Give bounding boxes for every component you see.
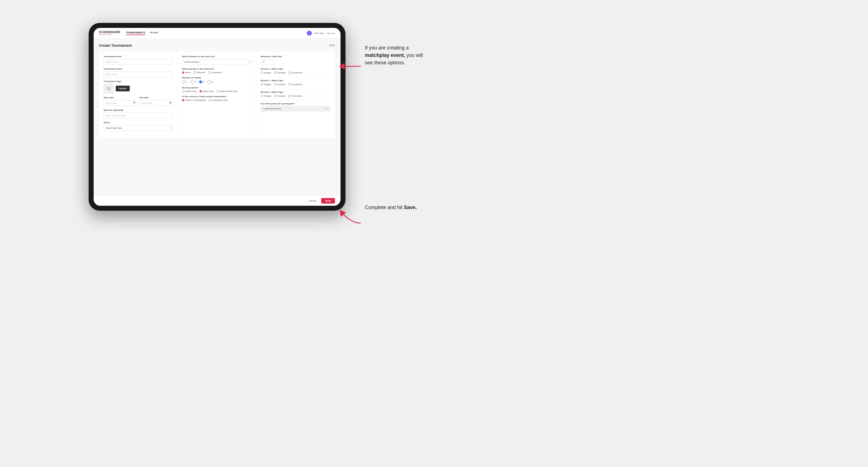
individuals-option[interactable]: Individuals Only [209,99,227,101]
gender-combined-radio[interactable] [208,71,211,74]
round1-foursomes-radio[interactable] [288,71,290,74]
end-date-input[interactable] [139,100,173,106]
rounds-3-label: 3 [203,81,205,83]
round2-foursomes[interactable]: Foursomes [288,83,302,86]
signout-link[interactable]: Sign out [327,32,335,34]
scoring-stroke[interactable]: Stroke Play [182,90,197,93]
form-grid: Tournament Host Tournament name Tourname… [99,51,335,137]
teams-option[interactable]: Teams (+Individuals) [182,99,206,101]
rounds-2-label: 2 [195,81,196,83]
nav-teams[interactable]: TEAMS [150,31,158,35]
max-team-size-group: Maximum Team Size [261,55,331,65]
save-button[interactable]: Save [321,198,335,204]
gender-combined-label: Combined [212,71,221,74]
round2-singles-radio[interactable] [261,83,263,86]
round3-singles[interactable]: Singles [261,95,271,97]
round3-label: Round 3 - Match Type [261,91,331,93]
round3-fourball[interactable]: Fourball [274,95,285,97]
division-select[interactable]: NCAA Division I [182,59,252,65]
rounds-label: Number of rounds [182,76,252,79]
nav-username: Test User | [314,32,324,34]
round2-fourball-label: Fourball [277,83,285,86]
venue-select[interactable]: Search golf club [103,125,173,131]
scoring-stroke-label: Stroke Play [185,90,197,93]
logo-upload-area: 🖼 Upload [103,84,173,94]
gender-mens[interactable]: Mens [182,71,191,74]
round2-fourball-radio[interactable] [274,83,276,86]
tournament-host-input[interactable] [103,59,173,65]
gender-group: Which gender is the event for? Mens Wome… [182,68,252,74]
round3-radio-group: Singles Fourball Foursomes [261,95,331,97]
rounds-4-radio[interactable] [208,80,211,84]
tournament-name-label: Tournament name [103,68,173,70]
rounds-3-radio[interactable] [199,80,203,84]
rounds-2[interactable]: 2 [191,80,196,84]
form-col-2: Which division is the event for? NCAA Di… [178,51,256,137]
form-footer: Cancel Save [94,195,341,206]
scoring-medal-radio[interactable] [217,90,219,93]
start-date-wrapper [103,100,137,106]
gender-womens[interactable]: Womens [194,71,206,74]
api-tag: Leaderboard King ✕ ▾ [261,106,331,111]
tournament-logo-group: Tournament logo 🖼 Upload [103,80,173,94]
scoring-match-radio[interactable] [199,90,202,93]
annotation-right: If you are creating a matchplay event, y… [365,44,426,67]
round3-fourball-radio[interactable] [274,95,276,97]
rounds-1-radio[interactable] [182,80,186,84]
round3-foursomes[interactable]: Foursomes [288,95,302,97]
rounds-3[interactable]: 3 [199,80,205,84]
round1-fourball[interactable]: Fourball [274,71,285,74]
gender-womens-radio[interactable] [194,71,196,74]
scoring-medal[interactable]: Medal Match Play [217,90,238,93]
scoring-stroke-radio[interactable] [182,90,184,93]
venue-select-wrapper: Search golf club [103,125,173,131]
sponsor-input[interactable] [103,113,173,119]
round1-fourball-radio[interactable] [274,71,276,74]
nav-tournaments[interactable]: TOURNAMENTS [126,31,145,35]
nav-user-area: T Test User | Sign out [307,31,335,36]
teams-radio[interactable] [182,99,184,101]
round1-singles[interactable]: Singles [261,71,271,74]
round3-foursomes-radio[interactable] [288,95,290,97]
annotation-bottom: Complete and hit Save. [365,204,426,211]
round3-singles-radio[interactable] [261,95,263,97]
api-remove-icon[interactable]: ✕ ▾ [324,107,328,110]
gender-mens-radio[interactable] [182,71,184,74]
round1-fourball-label: Fourball [277,71,285,74]
end-date-wrapper [139,100,173,106]
rounds-2-radio[interactable] [191,80,194,84]
scoring-match[interactable]: Match Play [199,90,214,93]
rounds-radio-group: 1 2 3 4 [182,80,252,84]
round2-singles[interactable]: Singles [261,83,271,86]
upload-button[interactable]: Upload [116,86,130,91]
page-title: Create Tournament [99,43,132,48]
sponsor-group: Sponsor (optional) [103,109,173,119]
back-button[interactable]: ← Back [326,44,335,47]
rounds-4[interactable]: 4 [208,80,213,84]
page-header: Create Tournament ← Back [99,43,335,48]
round2-foursomes-radio[interactable] [288,83,290,86]
division-label: Which division is the event for? [182,55,252,58]
gender-combined[interactable]: Combined [208,71,221,74]
tournament-host-label: Tournament Host [103,55,173,58]
round2-foursomes-label: Foursomes [291,83,302,86]
form-col-1: Tournament Host Tournament name Tourname… [99,51,178,137]
cancel-button[interactable]: Cancel [306,198,319,204]
max-team-size-input[interactable] [261,59,275,65]
api-label: Use third-party live scoring API? [261,102,331,105]
division-group: Which division is the event for? NCAA Di… [182,55,252,65]
teams-radio-group: Teams (+Individuals) Individuals Only [182,99,252,101]
division-select-wrapper: NCAA Division I [182,59,252,65]
gender-radio-group: Mens Womens Combined [182,71,252,74]
individuals-radio[interactable] [209,99,211,101]
round2-fourball[interactable]: Fourball [274,83,285,86]
start-date-input[interactable] [103,100,137,106]
rounds-1[interactable]: 1 [182,80,188,84]
tournament-name-input[interactable] [103,71,173,77]
main-content: Create Tournament ← Back Tournament Host… [94,39,341,195]
round1-foursomes[interactable]: Foursomes [288,71,302,74]
round3-foursomes-label: Foursomes [291,95,302,97]
nav-brand: SCOREBOARD Powered by clippit [99,31,120,35]
round1-singles-radio[interactable] [261,71,263,74]
navbar: SCOREBOARD Powered by clippit TOURNAMENT… [94,28,341,39]
